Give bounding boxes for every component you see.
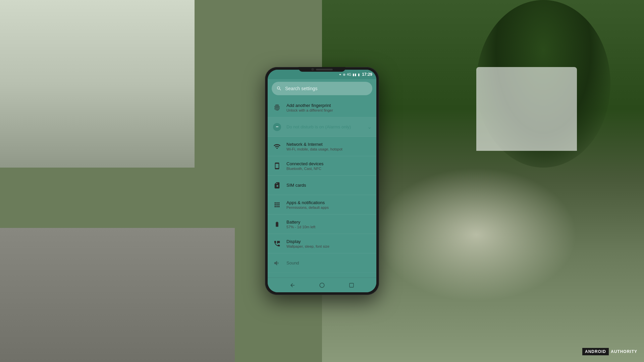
phone-screen: ⚭ ⊗ 4G ▮▮ ▮ 17:29 Search settings (268, 70, 376, 292)
settings-item-connected[interactable]: Connected devices Bluetooth, Cast, NFC (268, 156, 376, 176)
android-screen: ⚭ ⊗ 4G ▮▮ ▮ 17:29 Search settings (268, 70, 376, 292)
network-title: Network & Internet (286, 142, 372, 147)
sound-text: Sound (286, 260, 372, 265)
background-building (476, 67, 577, 151)
dnd-icon: ⊗ (343, 73, 345, 76)
sim-title: SIM cards (286, 183, 372, 188)
sim-text: SIM cards (286, 183, 372, 188)
settings-item-network[interactable]: Network & Internet Wi-Fi, mobile, data u… (268, 137, 376, 156)
battery-subtitle: 57% - 1d 10m left (286, 225, 372, 229)
settings-list: Add another fingerprint Unlock with a di… (268, 98, 376, 278)
settings-item-dnd[interactable]: − Do not disturb is on (Alarms only) ⌄ (268, 117, 376, 137)
display-subtitle: Wallpaper, sleep, font size (286, 244, 372, 248)
phone-device: ⚭ ⊗ 4G ▮▮ ▮ 17:29 Search settings (265, 67, 379, 295)
dnd-minus-icon: − (272, 122, 282, 132)
settings-item-display[interactable]: Display Wallpaper, sleep, font size (268, 234, 376, 253)
battery-text: Battery 57% - 1d 10m left (286, 220, 372, 229)
signal-icon: 4G (347, 73, 351, 76)
bars-icon: ▮▮ (353, 73, 357, 76)
navigation-bar (268, 278, 376, 292)
battery-title: Battery (286, 220, 372, 225)
phone-notch (299, 67, 345, 72)
search-icon (276, 86, 282, 91)
apps-subtitle: Permissions, default apps (286, 205, 372, 209)
apps-icon (272, 200, 282, 209)
settings-item-fingerprint[interactable]: Add another fingerprint Unlock with a di… (268, 98, 376, 117)
fingerprint-title: Add another fingerprint (286, 103, 372, 108)
recents-button[interactable] (347, 281, 356, 290)
chevron-down-icon: ⌄ (367, 124, 372, 130)
display-title: Display (286, 239, 372, 244)
settings-item-battery[interactable]: Battery 57% - 1d 10m left (268, 215, 376, 234)
connected-devices-icon (272, 161, 282, 171)
settings-item-apps[interactable]: Apps & notifications Permissions, defaul… (268, 195, 376, 215)
fingerprint-icon (272, 103, 282, 112)
dnd-text: Do not disturb is on (Alarms only) (286, 124, 363, 129)
watermark: ANDROID AUTHORITY (582, 348, 637, 355)
camera-dot (311, 68, 314, 71)
display-icon (272, 239, 282, 248)
background-light (376, 168, 577, 302)
connected-title: Connected devices (286, 161, 372, 166)
bluetooth-icon: ⚭ (339, 73, 341, 76)
background-ground (0, 228, 235, 362)
fingerprint-text: Add another fingerprint Unlock with a di… (286, 103, 372, 112)
svg-point-0 (320, 283, 324, 288)
search-bar[interactable]: Search settings (272, 82, 372, 95)
status-time: 17:29 (362, 72, 372, 77)
sound-icon (272, 258, 282, 268)
connected-text: Connected devices Bluetooth, Cast, NFC (286, 161, 372, 171)
back-button[interactable] (288, 281, 297, 290)
fingerprint-subtitle: Unlock with a different finger (286, 108, 372, 112)
watermark-suffix: AUTHORITY (611, 349, 637, 354)
connected-subtitle: Bluetooth, Cast, NFC (286, 167, 372, 171)
settings-item-sim[interactable]: SIM cards (268, 176, 376, 195)
search-placeholder: Search settings (285, 86, 318, 91)
speaker (316, 69, 333, 70)
battery-settings-icon (272, 220, 282, 229)
dnd-title: Do not disturb is on (Alarms only) (286, 124, 363, 129)
home-button[interactable] (317, 281, 327, 290)
background-sky (0, 0, 195, 168)
status-icons: ⚭ ⊗ 4G ▮▮ ▮ (339, 73, 360, 76)
wifi-icon (272, 142, 282, 151)
settings-item-sound[interactable]: Sound (268, 253, 376, 273)
battery-icon: ▮ (358, 73, 360, 76)
display-text: Display Wallpaper, sleep, font size (286, 239, 372, 248)
apps-text: Apps & notifications Permissions, defaul… (286, 200, 372, 209)
sim-card-icon (272, 181, 282, 190)
svg-rect-1 (350, 283, 354, 287)
phone-wrapper: ⚭ ⊗ 4G ▮▮ ▮ 17:29 Search settings (265, 67, 379, 295)
apps-title: Apps & notifications (286, 200, 372, 205)
network-subtitle: Wi-Fi, mobile, data usage, hotspot (286, 147, 372, 151)
network-text: Network & Internet Wi-Fi, mobile, data u… (286, 142, 372, 151)
sound-title: Sound (286, 260, 372, 265)
watermark-brand: ANDROID (582, 348, 609, 355)
